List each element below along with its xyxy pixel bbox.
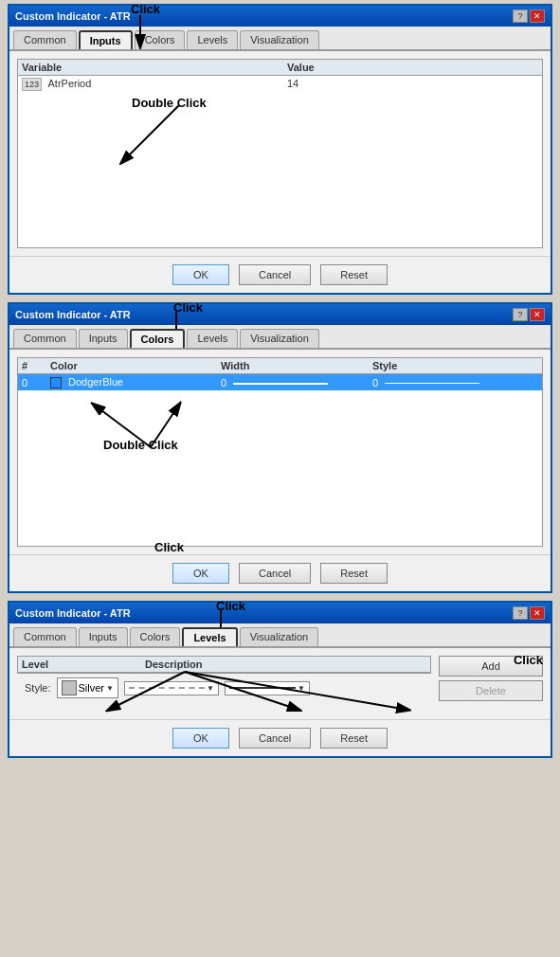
dialog2-reset-button[interactable]: Reset <box>320 563 388 584</box>
double-click-label-1: Double Click <box>132 96 207 110</box>
tab-colors-3[interactable]: Colors <box>130 627 181 646</box>
dialog1-tab-bar: Common Inputs Colors Levels Visualizatio… <box>9 27 551 51</box>
tab-colors-2[interactable]: Colors <box>130 329 186 348</box>
dash-line <box>129 687 205 689</box>
dialog2-table-row[interactable]: 0 DodgerBlue 0 0 <box>18 374 542 390</box>
dialog3-titlebar: Custom Indicator - ATR ? ✕ <box>9 603 551 623</box>
click-annotation-2: Click <box>173 300 203 315</box>
dialog2-title: Custom Indicator - ATR <box>15 309 131 320</box>
dialog3: Custom Indicator - ATR ? ✕ Common Inputs… <box>8 601 552 758</box>
click-annotation-3: Click <box>216 599 245 613</box>
header-color: Color <box>50 360 221 371</box>
tab-visualization-2[interactable]: Visualization <box>240 329 319 348</box>
dialog2-titlebar: Custom Indicator - ATR ? ✕ <box>9 304 551 325</box>
style-color-text: Silver <box>79 682 105 694</box>
click-annotation-1: Click <box>131 2 160 16</box>
tab-levels-3[interactable]: Levels <box>182 627 237 646</box>
color-swatch <box>50 377 62 388</box>
dialog1-ok-button[interactable]: OK <box>172 264 229 285</box>
header-style: Style <box>372 360 524 371</box>
levels-table: Level Description <box>17 656 431 674</box>
cell-color: DodgerBlue <box>50 376 221 388</box>
dialog3-annotation-spacer <box>9 710 551 719</box>
levels-left-panel: Level Description Style: Silver ▼ <box>17 656 431 702</box>
dialog3-footer: OK Cancel Reset <box>9 719 551 756</box>
dialog2-table-header: # Color Width Style <box>18 358 542 374</box>
dialog1-table-header: Variable Value <box>18 60 542 76</box>
dialog1-body: Variable Value 123 AtrPeriod 14 <box>9 51 551 256</box>
style-row: Style: Silver ▼ ▼ ▼ <box>17 674 431 702</box>
dialog3-ok-button[interactable]: OK <box>172 728 229 749</box>
dialog3-cancel-button[interactable]: Cancel <box>239 728 311 749</box>
dialog2-help-button[interactable]: ? <box>513 308 528 321</box>
dialog2-table: # Color Width Style 0 DodgerBlue 0 <box>17 357 543 547</box>
cell-variable: 123 AtrPeriod <box>22 78 287 89</box>
dialog3-title: Custom Indicator - ATR <box>15 607 131 619</box>
width-line <box>233 383 328 385</box>
dialog3-table-header: Level Description <box>18 657 430 673</box>
tab-common-3[interactable]: Common <box>13 627 77 646</box>
header-width: Width <box>221 360 372 371</box>
tab-inputs-3[interactable]: Inputs <box>79 627 128 646</box>
style-label: Style: <box>25 682 51 694</box>
tab-inputs-1[interactable]: Inputs <box>79 30 133 49</box>
dialog2-close-button[interactable]: ✕ <box>530 308 545 321</box>
dialog1-footer: OK Cancel Reset <box>9 256 551 293</box>
dialog1-table: Variable Value 123 AtrPeriod 14 <box>17 59 543 248</box>
dialog2-footer: OK Cancel Reset <box>9 554 551 591</box>
style-color-box <box>62 680 77 695</box>
dialog1-reset-button[interactable]: Reset <box>320 264 388 285</box>
dialog1: Custom Indicator - ATR ? ✕ Common Inputs… <box>8 4 552 295</box>
tab-levels-1[interactable]: Levels <box>187 30 238 49</box>
tab-colors-1[interactable]: Colors <box>135 30 186 49</box>
dialog1-cancel-button[interactable]: Cancel <box>239 264 311 285</box>
svg-line-0 <box>122 105 179 162</box>
tab-visualization-3[interactable]: Visualization <box>240 627 319 646</box>
dialog2-cancel-button[interactable]: Cancel <box>239 563 311 584</box>
dialog3-titlebar-buttons: ? ✕ <box>513 606 545 620</box>
dialog3-reset-button[interactable]: Reset <box>320 728 388 749</box>
style-line <box>385 383 479 384</box>
click-style-annotation: Click <box>154 540 184 554</box>
dialog3-close-button[interactable]: ✕ <box>530 606 545 620</box>
tab-levels-2[interactable]: Levels <box>187 329 238 348</box>
dash-dropdown[interactable]: ▼ <box>124 681 219 695</box>
width-dropdown[interactable]: ▼ <box>225 681 310 695</box>
dialog1-help-button[interactable]: ? <box>513 9 528 23</box>
dialog2-body: # Color Width Style 0 DodgerBlue 0 <box>9 350 551 554</box>
header-level: Level <box>22 659 145 670</box>
header-num: # <box>22 360 50 371</box>
dialog1-titlebar-buttons: ? ✕ <box>513 9 545 23</box>
solid-line <box>229 687 296 689</box>
dialog1-close-button[interactable]: ✕ <box>530 9 545 23</box>
double-click-label-2: Double Click <box>103 438 178 452</box>
dialog3-body: Level Description Style: Silver ▼ <box>9 648 551 710</box>
cell-num: 0 <box>22 377 50 388</box>
dialog3-tab-bar: Common Inputs Colors Levels Visualizatio… <box>9 623 551 648</box>
dialog3-help-button[interactable]: ? <box>513 606 528 620</box>
header-variable: Variable <box>22 62 287 73</box>
tab-common-1[interactable]: Common <box>13 30 77 49</box>
width-dropdown-arrow: ▼ <box>298 684 305 693</box>
cell-width: 0 <box>221 377 372 388</box>
dialog1-titlebar: Custom Indicator - ATR ? ✕ <box>9 6 551 27</box>
table-row[interactable]: 123 AtrPeriod 14 <box>18 76 542 91</box>
dash-dropdown-arrow: ▼ <box>207 684 214 693</box>
double-click-arrow-1 <box>94 100 208 176</box>
tab-inputs-2[interactable]: Inputs <box>79 329 128 348</box>
header-value: Value <box>287 62 401 73</box>
cell-value: 14 <box>287 78 401 89</box>
color-dropdown[interactable]: Silver ▼ <box>57 677 118 698</box>
dialog1-title: Custom Indicator - ATR <box>15 10 131 22</box>
tab-visualization-1[interactable]: Visualization <box>240 30 319 49</box>
delete-button[interactable]: Delete <box>439 680 543 701</box>
color-dropdown-arrow: ▼ <box>106 684 114 693</box>
dialog2: Custom Indicator - ATR ? ✕ Common Inputs… <box>8 302 552 593</box>
tab-common-2[interactable]: Common <box>13 329 77 348</box>
click-add-annotation: Click <box>514 653 543 667</box>
header-description: Description <box>145 659 334 670</box>
dialog2-ok-button[interactable]: OK <box>172 563 229 584</box>
dialog2-titlebar-buttons: ? ✕ <box>513 308 545 321</box>
var-icon: 123 <box>22 78 42 91</box>
cell-style: 0 <box>372 377 524 388</box>
